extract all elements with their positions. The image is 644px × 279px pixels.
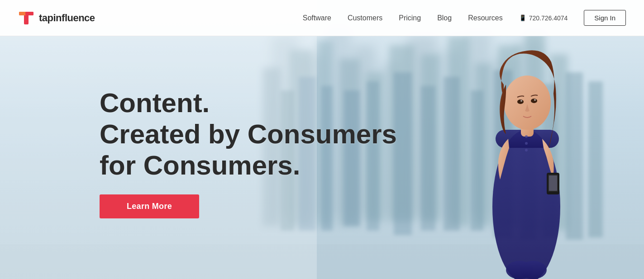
svg-point-44 xyxy=(531,99,537,103)
svg-rect-29 xyxy=(421,86,435,231)
svg-rect-50 xyxy=(549,175,557,191)
svg-point-42 xyxy=(504,76,551,130)
svg-rect-59 xyxy=(25,12,33,15)
signin-button[interactable]: Sign In xyxy=(584,10,626,26)
nav-blog[interactable]: Blog xyxy=(437,14,452,22)
learn-more-button[interactable]: Learn More xyxy=(100,194,199,218)
nav-resources[interactable]: Resources xyxy=(468,14,502,22)
phone-area: 📱 720.726.4074 xyxy=(519,14,568,22)
logo-icon xyxy=(18,10,34,26)
nav-software[interactable]: Software xyxy=(303,14,331,22)
main-nav: Software Customers Pricing Blog Resource… xyxy=(303,10,626,26)
nav-pricing[interactable]: Pricing xyxy=(399,14,421,22)
hero-section: Content. Created by Consumers for Consum… xyxy=(0,0,644,279)
hero-title-line3: for Consumers. xyxy=(100,150,300,180)
logo-wordmark: tapinfluence xyxy=(39,12,95,24)
hero-title: Content. Created by Consumers for Consum… xyxy=(100,87,397,181)
phone-icon: 📱 xyxy=(519,14,526,21)
svg-point-52 xyxy=(525,142,528,145)
logo-area[interactable]: tapinfluence xyxy=(18,10,95,26)
svg-rect-57 xyxy=(24,14,29,24)
svg-rect-58 xyxy=(19,12,26,15)
hero-woman-image xyxy=(454,39,599,279)
header: tapinfluence Software Customers Pricing … xyxy=(0,0,644,36)
svg-point-43 xyxy=(517,99,524,104)
svg-point-51 xyxy=(525,135,528,138)
nav-customers[interactable]: Customers xyxy=(348,14,382,22)
svg-point-55 xyxy=(520,261,547,279)
phone-number: 720.726.4074 xyxy=(529,14,568,22)
svg-point-53 xyxy=(525,149,528,151)
svg-point-45 xyxy=(520,100,522,102)
hero-title-line1: Content. xyxy=(100,88,210,118)
hero-content: Content. Created by Consumers for Consum… xyxy=(100,87,397,218)
svg-point-46 xyxy=(534,99,536,101)
hero-title-line2: Created by Consumers xyxy=(100,119,397,149)
